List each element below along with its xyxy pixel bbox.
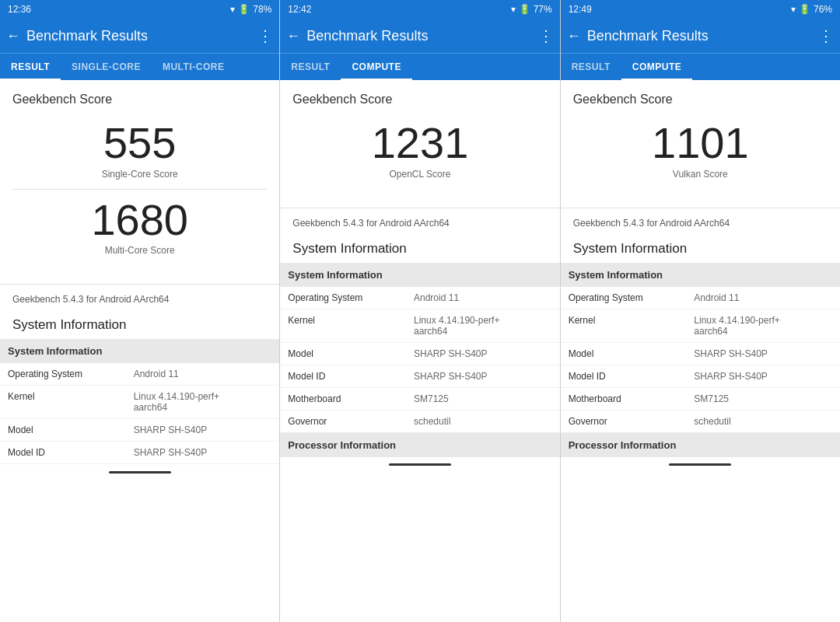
table-row: Governorschedutil bbox=[561, 410, 840, 432]
sys-info-section-title: System Information bbox=[561, 235, 840, 263]
battery-level: 77% bbox=[534, 4, 552, 15]
score-section: Geekbench Score 1231 OpenCL Score bbox=[280, 80, 559, 201]
table-cell-key: Model ID bbox=[280, 365, 406, 387]
sys-info-section-title: System Information bbox=[280, 235, 559, 263]
table-cell-key: Operating System bbox=[561, 287, 687, 309]
table-cell-value: Linux 4.14.190-perf+ aarch64 bbox=[406, 309, 560, 342]
table-cell-key: Motherboard bbox=[280, 387, 406, 410]
table-cell-key: Operating System bbox=[280, 287, 406, 309]
back-button[interactable]: ← bbox=[567, 28, 581, 44]
geekbench-score-title: Geekbench Score bbox=[292, 93, 547, 107]
geekbench-version: Geekbench 5.4.3 for Android AArch64 bbox=[280, 215, 559, 235]
table-header-row: System Information bbox=[561, 263, 840, 287]
status-right: ▾ 🔋 77% bbox=[511, 4, 552, 15]
tab-compute[interactable]: COMPUTE bbox=[341, 54, 412, 80]
bottom-bar bbox=[0, 464, 279, 480]
sys-info-table: System InformationOperating SystemAndroi… bbox=[0, 339, 279, 464]
divider-after-score bbox=[561, 208, 840, 208]
table-row: ModelSHARP SH-S40P bbox=[561, 342, 840, 365]
battery-icon: 🔋 bbox=[799, 4, 810, 15]
panel-2: 12:42 ▾ 🔋 77% ← Benchmark Results ⋮ RESU… bbox=[280, 0, 560, 622]
table-cell-key: Kernel bbox=[561, 309, 687, 342]
table-cell-key: Model ID bbox=[0, 442, 126, 464]
table-cell-key: Motherboard bbox=[561, 387, 687, 410]
status-right: ▾ 🔋 78% bbox=[230, 4, 271, 15]
geekbench-version: Geekbench 5.4.3 for Android AArch64 bbox=[0, 291, 279, 311]
top-bar: ← Benchmark Results ⋮ bbox=[280, 19, 559, 53]
score-number: 555 bbox=[12, 119, 267, 167]
score-number: 1231 bbox=[292, 119, 547, 167]
table-cell-value: SHARP SH-S40P bbox=[126, 419, 280, 442]
bottom-bar bbox=[280, 457, 559, 473]
table-header-cell: System Information bbox=[280, 263, 559, 287]
processor-info-header-row: Processor Information bbox=[561, 432, 840, 457]
processor-info-header-cell: Processor Information bbox=[561, 432, 840, 457]
table-row: ModelSHARP SH-S40P bbox=[280, 342, 559, 365]
bottom-bar bbox=[561, 457, 840, 473]
table-row: Model IDSHARP SH-S40P bbox=[561, 365, 840, 387]
table-cell-value: Linux 4.14.190-perf+ aarch64 bbox=[686, 309, 840, 342]
table-header-row: System Information bbox=[280, 263, 559, 287]
geekbench-version: Geekbench 5.4.3 for Android AArch64 bbox=[561, 215, 840, 235]
table-header-cell: System Information bbox=[561, 263, 840, 287]
score-section: Geekbench Score 555 Single-Core Score 16… bbox=[0, 80, 279, 278]
table-cell-value: Android 11 bbox=[406, 287, 560, 309]
panel-3: 12:49 ▾ 🔋 76% ← Benchmark Results ⋮ RESU… bbox=[561, 0, 840, 622]
content-area: Geekbench Score 1231 OpenCL Score Geekbe… bbox=[280, 80, 559, 622]
table-cell-key: Model bbox=[561, 342, 687, 365]
score-block-0: 555 Single-Core Score bbox=[12, 119, 267, 180]
page-title: Benchmark Results bbox=[306, 28, 531, 44]
table-cell-value: SHARP SH-S40P bbox=[686, 365, 840, 387]
sys-info-table: System InformationOperating SystemAndroi… bbox=[561, 263, 840, 457]
more-button[interactable]: ⋮ bbox=[538, 26, 554, 45]
tabs-bar: RESULTCOMPUTE bbox=[561, 53, 840, 80]
back-button[interactable]: ← bbox=[6, 28, 20, 44]
signal-icon: ▾ bbox=[230, 4, 235, 15]
geekbench-score-title: Geekbench Score bbox=[573, 93, 828, 107]
table-cell-value: Android 11 bbox=[126, 363, 280, 386]
table-cell-key: Governor bbox=[280, 410, 406, 432]
processor-info-header-row: Processor Information bbox=[280, 432, 559, 457]
table-row: MotherboardSM7125 bbox=[561, 387, 840, 410]
top-bar: ← Benchmark Results ⋮ bbox=[0, 19, 279, 53]
nav-indicator bbox=[669, 463, 731, 466]
table-row: ModelSHARP SH-S40P bbox=[0, 419, 279, 442]
table-row: KernelLinux 4.14.190-perf+ aarch64 bbox=[561, 309, 840, 342]
panel-1: 12:36 ▾ 🔋 78% ← Benchmark Results ⋮ RESU… bbox=[0, 0, 280, 622]
table-row: Model IDSHARP SH-S40P bbox=[280, 365, 559, 387]
tab-result[interactable]: RESULT bbox=[0, 54, 61, 80]
table-cell-value: schedutil bbox=[686, 410, 840, 432]
score-block-1: 1680 Multi-Core Score bbox=[12, 196, 267, 257]
tab-result[interactable]: RESULT bbox=[280, 54, 341, 80]
table-cell-value: SM7125 bbox=[406, 387, 560, 410]
table-cell-key: Model bbox=[0, 419, 126, 442]
battery-level: 78% bbox=[253, 4, 271, 15]
table-cell-key: Governor bbox=[561, 410, 687, 432]
more-button[interactable]: ⋮ bbox=[257, 26, 273, 45]
table-row: Operating SystemAndroid 11 bbox=[561, 287, 840, 309]
back-button[interactable]: ← bbox=[286, 28, 300, 44]
tab-result[interactable]: RESULT bbox=[561, 54, 621, 80]
top-bar: ← Benchmark Results ⋮ bbox=[561, 19, 840, 53]
tab-compute[interactable]: COMPUTE bbox=[621, 54, 693, 80]
nav-indicator bbox=[109, 471, 171, 473]
score-block-0: 1231 OpenCL Score bbox=[292, 119, 547, 180]
tab-single-core[interactable]: SINGLE-CORE bbox=[61, 54, 152, 80]
score-block-0: 1101 Vulkan Score bbox=[573, 119, 828, 180]
score-number: 1101 bbox=[573, 119, 828, 167]
more-button[interactable]: ⋮ bbox=[818, 26, 834, 45]
table-cell-key: Operating System bbox=[0, 363, 126, 386]
score-label: Multi-Core Score bbox=[12, 245, 267, 256]
status-right: ▾ 🔋 76% bbox=[791, 4, 832, 15]
content-area: Geekbench Score 555 Single-Core Score 16… bbox=[0, 80, 279, 622]
panels-container: 12:36 ▾ 🔋 78% ← Benchmark Results ⋮ RESU… bbox=[0, 0, 840, 622]
status-bar: 12:36 ▾ 🔋 78% bbox=[0, 0, 279, 19]
table-row: Operating SystemAndroid 11 bbox=[0, 363, 279, 386]
table-cell-value: SM7125 bbox=[686, 387, 840, 410]
status-bar: 12:49 ▾ 🔋 76% bbox=[561, 0, 840, 19]
processor-info-header-cell: Processor Information bbox=[280, 432, 559, 457]
nav-indicator bbox=[389, 463, 451, 466]
score-label: Vulkan Score bbox=[573, 169, 828, 180]
tab-multi-core[interactable]: MULTI-CORE bbox=[152, 54, 235, 80]
score-section: Geekbench Score 1101 Vulkan Score bbox=[561, 80, 840, 201]
